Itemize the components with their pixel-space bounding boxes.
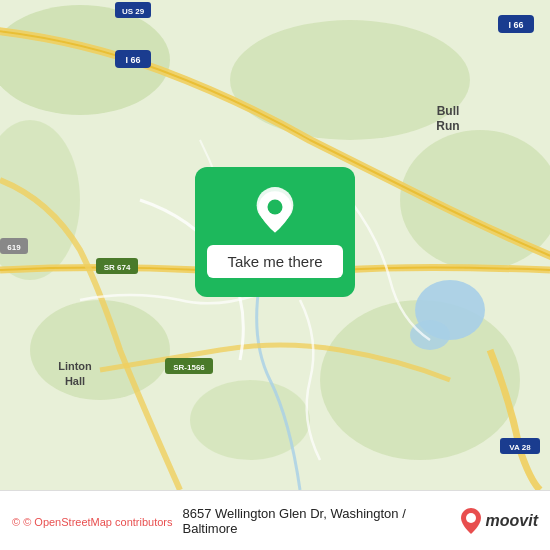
copyright-text: © © OpenStreetMap contributors [12, 516, 173, 528]
moovit-pin-icon [460, 507, 482, 535]
svg-point-9 [410, 320, 450, 350]
svg-text:619: 619 [7, 243, 21, 252]
svg-text:Linton: Linton [58, 360, 92, 372]
svg-text:Run: Run [436, 119, 459, 133]
svg-text:Hall: Hall [65, 375, 85, 387]
copyright-section: © © OpenStreetMap contributors [12, 512, 173, 530]
svg-text:US 29: US 29 [122, 7, 145, 16]
address-text: 8657 Wellington Glen Dr, Washington / Ba… [183, 506, 460, 536]
svg-text:SR 674: SR 674 [104, 263, 131, 272]
map-container: I 66 I 66 SR 674 SR 674 619 SR-1566 VA 2… [0, 0, 550, 490]
copyright-symbol: © [12, 516, 20, 528]
svg-text:Bull: Bull [437, 104, 460, 118]
map-pin-card: Take me there [195, 167, 355, 297]
svg-point-2 [230, 20, 470, 140]
svg-point-31 [268, 199, 283, 214]
svg-text:VA 28: VA 28 [509, 443, 531, 452]
svg-point-32 [466, 513, 476, 523]
openstreetmap-text: © OpenStreetMap contributors [23, 516, 172, 528]
take-me-there-button[interactable]: Take me there [207, 245, 342, 278]
svg-text:I 66: I 66 [508, 20, 523, 30]
button-overlay: Take me there [195, 167, 355, 297]
moovit-logo: moovit [460, 507, 538, 535]
svg-text:I 66: I 66 [125, 55, 140, 65]
info-bar: © © OpenStreetMap contributors 8657 Well… [0, 490, 550, 550]
moovit-wordmark: moovit [486, 512, 538, 530]
location-pin-icon [250, 187, 300, 237]
svg-point-5 [30, 300, 170, 400]
svg-text:SR-1566: SR-1566 [173, 363, 205, 372]
